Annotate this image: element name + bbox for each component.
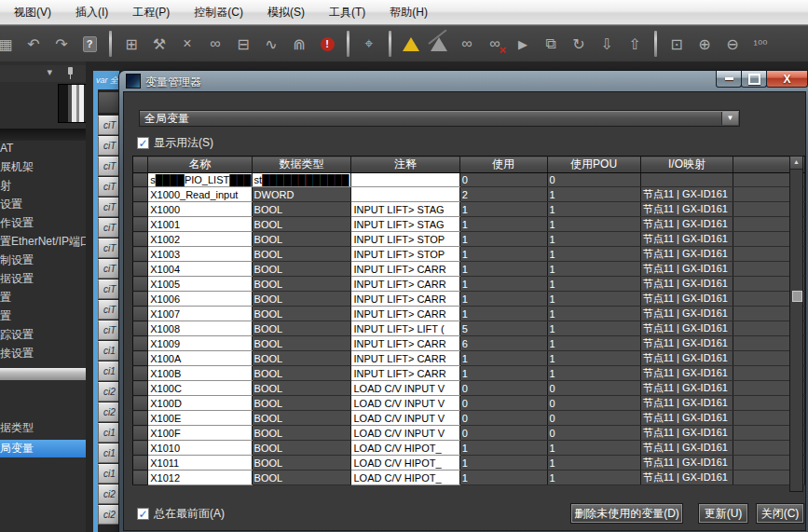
- cell-comment[interactable]: INPUT LIFT> CARR: [351, 351, 459, 366]
- menu-item[interactable]: 工具(T): [317, 0, 377, 24]
- cell-io-map[interactable]: 节点11 | GX-ID161: [640, 292, 733, 307]
- cell-use-pou[interactable]: 0: [547, 381, 640, 396]
- cell-io-map[interactable]: 节点11 | GX-ID161: [640, 321, 733, 336]
- cell-data-type[interactable]: BOOL: [252, 411, 351, 426]
- cut-icon[interactable]: ×: [173, 30, 201, 58]
- row-header[interactable]: [133, 381, 148, 396]
- cell-use[interactable]: 1: [459, 292, 547, 307]
- cell-data-type[interactable]: BOOL: [252, 351, 351, 366]
- cell-use-pou[interactable]: 1: [547, 202, 640, 217]
- cell-name[interactable]: X1001: [148, 217, 252, 232]
- cell-io-map[interactable]: 节点11 | GX-ID161: [640, 471, 733, 485]
- cell-io-map[interactable]: [640, 173, 733, 187]
- sidebar-item[interactable]: 置: [0, 289, 86, 307]
- cell-io-map[interactable]: 节点11 | GX-ID161: [640, 247, 733, 262]
- sidebar-item[interactable]: 据设置: [0, 270, 86, 288]
- zoom-in-icon[interactable]: ⊕: [691, 30, 719, 58]
- cell-data-type[interactable]: st████████████: [252, 173, 351, 187]
- sidebar-item[interactable]: 置EtherNet/IP端口: [0, 233, 86, 251]
- row-header[interactable]: [133, 277, 148, 292]
- cell-use-pou[interactable]: 1: [547, 351, 640, 366]
- variable-grid-row-header[interactable]: ciT: [98, 239, 121, 258]
- cell-comment[interactable]: INPUT LIFT> LIFT (: [351, 321, 459, 336]
- cell-use[interactable]: 1: [459, 351, 547, 366]
- cell-use[interactable]: 1: [459, 217, 547, 232]
- scroll-up-icon[interactable]: ▲: [790, 157, 802, 170]
- variable-grid-row-header[interactable]: ciT: [98, 116, 121, 135]
- sidebar-item[interactable]: 置: [0, 307, 86, 325]
- cell-use-pou[interactable]: 1: [547, 277, 640, 292]
- cell-io-map[interactable]: 节点11 | GX-ID161: [640, 217, 733, 232]
- row-header[interactable]: [133, 396, 148, 411]
- table-column-header[interactable]: [133, 157, 148, 173]
- cell-comment[interactable]: INPUT LIFT> STOP: [351, 247, 459, 262]
- cell-comment[interactable]: LOAD C/V INPUT V: [351, 381, 459, 396]
- sidebar-item[interactable]: 设置: [0, 196, 86, 213]
- cell-name[interactable]: X1000: [148, 202, 252, 217]
- cell-name[interactable]: X100F: [148, 426, 252, 441]
- cell-use[interactable]: 6: [459, 336, 547, 351]
- cell-use[interactable]: 1: [459, 471, 547, 485]
- row-header[interactable]: [133, 471, 148, 485]
- menu-item[interactable]: 控制器(C): [182, 0, 255, 24]
- cell-use-pou[interactable]: 0: [547, 396, 640, 411]
- cell-io-map[interactable]: 节点11 | GX-ID161: [640, 396, 733, 411]
- cell-io-map[interactable]: 节点11 | GX-ID161: [640, 351, 733, 366]
- chevron-down-icon[interactable]: ▾: [47, 66, 52, 78]
- variable-grid-row-header[interactable]: ciT: [98, 218, 121, 238]
- cell-data-type[interactable]: DWORD: [252, 187, 351, 202]
- sidebar-item[interactable]: 制设置: [0, 252, 86, 269]
- row-header[interactable]: [133, 217, 148, 232]
- undo-icon[interactable]: ↶: [20, 30, 48, 58]
- table-column-header[interactable]: I/O映射: [640, 157, 733, 173]
- sidebar-item[interactable]: 踪设置: [0, 326, 86, 344]
- cell-io-map[interactable]: 节点11 | GX-ID161: [640, 277, 733, 292]
- cell-name[interactable]: X1008: [148, 321, 252, 336]
- cell-io-map[interactable]: 节点11 | GX-ID161: [640, 381, 733, 396]
- row-header[interactable]: [133, 187, 148, 202]
- row-header[interactable]: [133, 366, 148, 381]
- cell-data-type[interactable]: BOOL: [252, 262, 351, 277]
- download-to-controller-icon[interactable]: ⇩: [593, 30, 621, 58]
- menu-item[interactable]: 模拟(S): [255, 0, 317, 24]
- cell-use[interactable]: 0: [459, 381, 547, 396]
- stop-monitor-icon[interactable]: ∞: [481, 30, 509, 58]
- cell-use[interactable]: 1: [459, 202, 547, 217]
- cell-use[interactable]: 1: [459, 456, 547, 471]
- table-column-header[interactable]: 数据类型: [252, 157, 351, 173]
- cell-comment[interactable]: LOAD C/V INPUT V: [351, 396, 459, 411]
- row-header[interactable]: [133, 292, 148, 307]
- variable-grid-row-header[interactable]: ci1: [98, 361, 121, 381]
- cell-io-map[interactable]: 节点11 | GX-ID161: [640, 426, 733, 441]
- cell-use-pou[interactable]: 1: [547, 456, 640, 471]
- cell-use-pou[interactable]: 1: [547, 187, 640, 202]
- cell-name[interactable]: X1002: [148, 232, 252, 247]
- close-button[interactable]: 关闭(C): [756, 503, 804, 524]
- cell-name[interactable]: X1011: [148, 456, 252, 471]
- error-list-icon[interactable]: !: [313, 30, 341, 58]
- cell-data-type[interactable]: BOOL: [252, 277, 351, 292]
- row-header[interactable]: [133, 173, 148, 187]
- cell-name[interactable]: X100E: [148, 411, 252, 426]
- watch-wave-icon[interactable]: ∿: [257, 30, 285, 58]
- cell-name[interactable]: X100A: [148, 351, 252, 366]
- sync-icon[interactable]: ↻: [565, 30, 593, 58]
- cell-use-pou[interactable]: 1: [547, 441, 640, 456]
- cell-name[interactable]: X1007: [148, 307, 252, 321]
- cell-comment[interactable]: INPUT LIFT> CARR: [351, 307, 459, 321]
- cell-use[interactable]: 0: [459, 173, 547, 187]
- scrollbar-thumb[interactable]: [792, 291, 802, 302]
- row-header[interactable]: [133, 336, 148, 351]
- cell-data-type[interactable]: BOOL: [252, 396, 351, 411]
- cell-use-pou[interactable]: 1: [547, 247, 640, 262]
- cell-comment[interactable]: LOAD C/V HIPOT_: [351, 456, 459, 471]
- update-button[interactable]: 更新(U): [698, 503, 748, 524]
- cell-io-map[interactable]: 节点11 | GX-ID161: [640, 202, 733, 217]
- cell-name[interactable]: X1005: [148, 277, 252, 292]
- cell-name[interactable]: X100C: [148, 381, 252, 396]
- upload-from-controller-icon[interactable]: ⇧: [621, 30, 649, 58]
- zoom-100-icon[interactable]: ¹⁰⁰: [746, 30, 774, 58]
- menu-item[interactable]: 工程(P): [120, 0, 182, 24]
- row-header[interactable]: [133, 411, 148, 426]
- row-header[interactable]: [133, 441, 148, 456]
